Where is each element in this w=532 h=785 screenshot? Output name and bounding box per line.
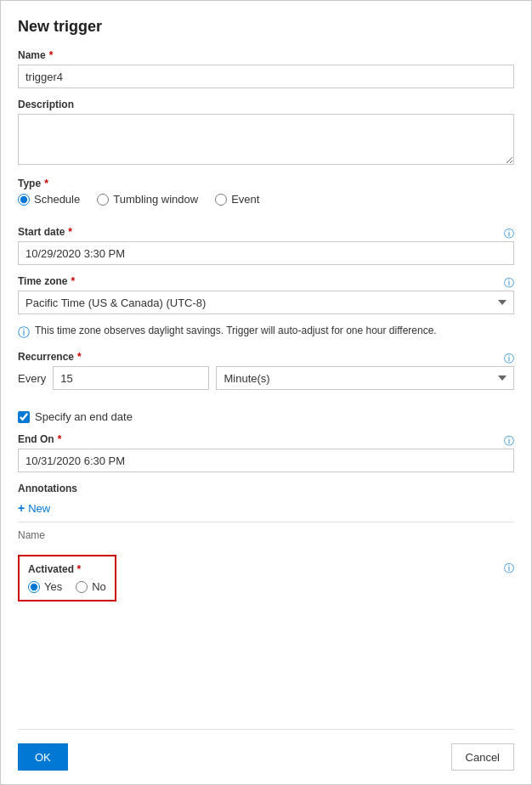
activated-no-option[interactable]: No — [76, 580, 106, 593]
recurrence-section: Recurrence * ⓘ Every Minute(s) Hour(s) D… — [18, 351, 514, 400]
time-zone-label-row: Time zone * ⓘ — [18, 275, 514, 291]
description-input[interactable] — [18, 114, 514, 165]
activated-wrapper: Activated * Yes No ⓘ — [18, 555, 514, 615]
recurrence-number-input[interactable] — [53, 366, 209, 390]
activated-no-label: No — [92, 580, 106, 593]
annotations-label: Annotations — [18, 483, 514, 494]
new-trigger-dialog: New trigger Name * Description Type * Sc… — [0, 0, 532, 785]
type-schedule-radio[interactable] — [18, 194, 30, 206]
start-date-section: Start date * ⓘ — [18, 226, 514, 265]
note-info-icon: ⓘ — [18, 325, 30, 341]
type-event-option[interactable]: Event — [215, 193, 259, 206]
recurrence-label-row: Recurrence * ⓘ — [18, 351, 514, 366]
type-tumbling-radio[interactable] — [97, 194, 109, 206]
type-label: Type * — [18, 178, 514, 189]
dialog-footer: OK Cancel — [18, 729, 514, 784]
end-on-section: End On * ⓘ — [18, 433, 514, 472]
recurrence-label: Recurrence * — [18, 351, 82, 363]
type-event-radio[interactable] — [215, 194, 227, 206]
name-section: Name * — [18, 49, 514, 88]
activated-yes-option[interactable]: Yes — [28, 580, 62, 593]
start-date-info-icon: ⓘ — [504, 227, 514, 241]
time-zone-section: Time zone * ⓘ Pacific Time (US & Canada)… — [18, 275, 514, 314]
type-event-label: Event — [231, 193, 259, 206]
annotations-divider — [18, 522, 514, 522]
recurrence-unit-select[interactable]: Minute(s) Hour(s) Day(s) Week(s) Month(s… — [216, 366, 514, 390]
end-date-checkbox-label[interactable]: Specify an end date — [35, 410, 133, 423]
ok-button[interactable]: OK — [18, 743, 68, 771]
type-schedule-label: Schedule — [34, 193, 80, 206]
start-date-input[interactable] — [18, 241, 514, 265]
type-tumbling-option[interactable]: Tumbling window — [97, 193, 198, 206]
time-zone-select[interactable]: Pacific Time (US & Canada) (UTC-8) — [18, 291, 514, 314]
activated-no-radio[interactable] — [76, 581, 88, 593]
recurrence-input-row: Every Minute(s) Hour(s) Day(s) Week(s) M… — [18, 366, 514, 390]
annotations-section: Annotations + New Name — [18, 483, 514, 548]
cancel-button[interactable]: Cancel — [451, 743, 514, 771]
add-annotation-button[interactable]: + New — [18, 498, 50, 518]
activated-options-row: Yes No — [28, 580, 106, 593]
end-date-checkbox[interactable] — [18, 411, 30, 423]
end-on-info-icon: ⓘ — [504, 434, 514, 449]
annotations-name-column: Name — [18, 529, 514, 541]
description-section: Description — [18, 99, 514, 167]
end-on-label-row: End On * ⓘ — [18, 433, 514, 449]
activated-yes-radio[interactable] — [28, 581, 40, 593]
plus-icon: + — [18, 501, 25, 515]
time-zone-info-icon: ⓘ — [504, 276, 514, 291]
activated-label: Activated * — [28, 563, 106, 575]
time-zone-note: ⓘ This time zone observes daylight savin… — [18, 325, 514, 341]
end-date-checkbox-row: Specify an end date — [18, 410, 514, 423]
end-on-label: End On * — [18, 433, 61, 445]
type-schedule-option[interactable]: Schedule — [18, 193, 80, 206]
end-on-input[interactable] — [18, 449, 514, 472]
recurrence-info-icon: ⓘ — [504, 352, 514, 366]
name-input[interactable] — [18, 65, 514, 88]
name-label: Name * — [18, 49, 514, 61]
start-date-label-row: Start date * ⓘ — [18, 226, 514, 241]
dialog-title: New trigger — [18, 18, 514, 36]
time-zone-label: Time zone * — [18, 275, 75, 287]
activated-yes-label: Yes — [44, 580, 62, 593]
every-label: Every — [18, 372, 46, 385]
type-options-row: Schedule Tumbling window Event — [18, 193, 514, 206]
activated-section: Activated * Yes No — [18, 555, 116, 601]
description-label: Description — [18, 99, 514, 110]
start-date-label: Start date * — [18, 226, 72, 238]
activated-info-icon: ⓘ — [504, 562, 514, 576]
type-tumbling-label: Tumbling window — [113, 193, 198, 206]
add-new-label: New — [28, 502, 50, 515]
type-section: Type * Schedule Tumbling window Event — [18, 178, 514, 216]
